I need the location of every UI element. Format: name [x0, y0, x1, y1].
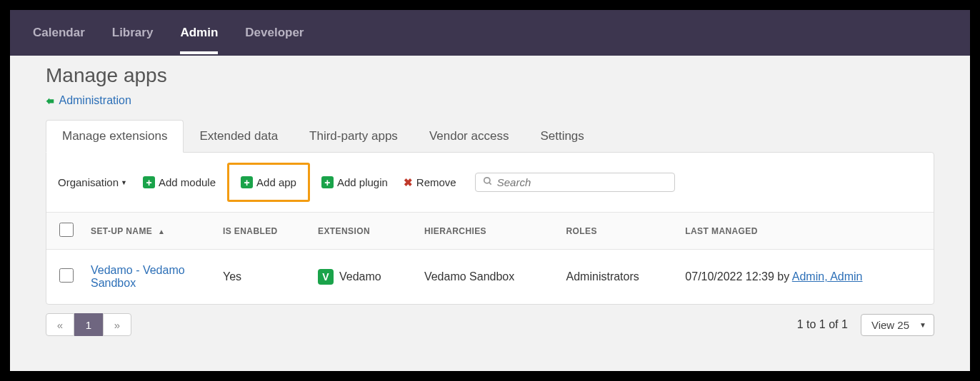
col-last-managed[interactable]: LAST MANAGED: [676, 213, 934, 250]
plus-icon: +: [241, 176, 253, 188]
toolbar: Organisation ▼ + Add module + Add app + …: [46, 153, 934, 212]
cell-extension: VVedamo: [309, 250, 416, 305]
pager-page-1[interactable]: 1: [74, 313, 103, 336]
back-arrow-icon: 🡄: [46, 96, 54, 106]
tab-manage-extensions[interactable]: Manage extensions: [46, 120, 184, 153]
plus-icon: +: [321, 176, 334, 188]
table-row: Vedamo - Vedamo Sandbox Yes VVedamo Veda…: [46, 250, 934, 305]
table-footer: « 1 » 1 to 1 of 1 View 25 ▼: [46, 305, 934, 345]
sort-asc-icon: ▲: [158, 228, 165, 235]
pager-prev-button[interactable]: «: [46, 313, 74, 336]
svg-point-0: [484, 178, 489, 183]
breadcrumb-link[interactable]: Administration: [59, 94, 131, 106]
page-title: Manage apps: [46, 64, 934, 87]
col-roles[interactable]: ROLES: [558, 213, 677, 250]
cell-is-enabled: Yes: [214, 250, 309, 305]
caret-down-icon: ▼: [121, 179, 127, 186]
remove-button[interactable]: ✖ Remove: [399, 173, 461, 192]
nav-developer[interactable]: Developer: [245, 26, 304, 40]
tabs: Manage extensions Extended data Third-pa…: [46, 120, 934, 153]
row-checkbox[interactable]: [59, 268, 74, 283]
tab-extended-data[interactable]: Extended data: [184, 120, 294, 153]
remove-label: Remove: [416, 176, 456, 188]
tab-vendor-access[interactable]: Vendor access: [414, 120, 525, 153]
extensions-table: SET-UP NAME ▲ IS ENABLED EXTENSION HIERA…: [46, 212, 934, 304]
panel: Organisation ▼ + Add module + Add app + …: [46, 152, 934, 305]
highlight-box: + Add app: [227, 163, 310, 202]
svg-line-1: [489, 183, 491, 185]
add-module-label: Add module: [159, 176, 216, 188]
top-nav: Calendar Library Admin Developer: [10, 10, 970, 56]
cell-hierarchies: Vedamo Sandbox: [416, 250, 558, 305]
cell-roles: Administrators: [558, 250, 677, 305]
caret-down-icon: ▼: [919, 321, 926, 329]
organisation-dropdown[interactable]: Organisation ▼: [58, 176, 127, 188]
col-setup-name[interactable]: SET-UP NAME ▲: [82, 213, 214, 250]
admin-user-link[interactable]: Admin, Admin: [792, 270, 863, 283]
cell-last-managed: 07/10/2022 12:39 by Admin, Admin: [676, 250, 934, 305]
pager-next-button[interactable]: »: [103, 313, 131, 336]
add-module-button[interactable]: + Add module: [139, 173, 220, 191]
nav-admin[interactable]: Admin: [180, 26, 218, 40]
add-app-label: Add app: [256, 176, 296, 188]
nav-calendar[interactable]: Calendar: [33, 26, 85, 40]
col-extension[interactable]: EXTENSION: [309, 213, 416, 250]
select-all-checkbox[interactable]: [59, 223, 74, 237]
tab-third-party-apps[interactable]: Third-party apps: [294, 120, 414, 153]
add-plugin-button[interactable]: + Add plugin: [317, 173, 392, 191]
add-plugin-label: Add plugin: [337, 176, 388, 188]
plus-icon: +: [143, 176, 155, 188]
setup-name-link[interactable]: Vedamo - Vedamo Sandbox: [91, 264, 185, 289]
search-input[interactable]: [497, 176, 667, 188]
pagination-range: 1 to 1 of 1: [797, 318, 848, 331]
extension-badge-icon: V: [318, 269, 334, 285]
search-icon: [483, 176, 493, 188]
breadcrumb: 🡄 Administration: [46, 94, 934, 107]
nav-library[interactable]: Library: [112, 26, 154, 40]
x-icon: ✖: [404, 176, 413, 189]
col-is-enabled[interactable]: IS ENABLED: [214, 213, 309, 250]
search-box[interactable]: [475, 173, 675, 192]
add-app-button[interactable]: + Add app: [236, 173, 301, 191]
col-hierarchies[interactable]: HIERARCHIES: [416, 213, 558, 250]
organisation-label: Organisation: [58, 176, 119, 188]
tab-settings[interactable]: Settings: [524, 120, 599, 153]
view-size-select[interactable]: View 25 ▼: [861, 314, 934, 336]
pager: « 1 »: [46, 313, 131, 336]
